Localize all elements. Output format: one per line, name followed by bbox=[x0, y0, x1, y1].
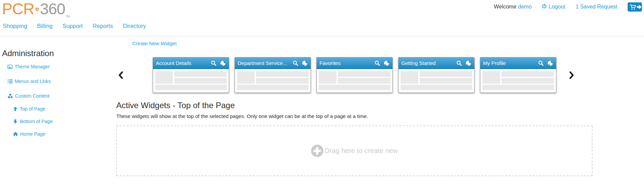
pcr360-logo[interactable]: PCR360TM bbox=[2, 0, 70, 22]
widget-card-my-profile[interactable]: My Profile bbox=[480, 57, 556, 93]
search-icon[interactable] bbox=[456, 60, 462, 66]
placeholder-line bbox=[501, 78, 554, 84]
sidebar-item-label: Bottom of Page bbox=[20, 119, 53, 124]
globe-icon[interactable] bbox=[302, 60, 308, 66]
search-icon[interactable] bbox=[538, 60, 544, 66]
widget-preview bbox=[399, 69, 474, 92]
widget-card-header[interactable]: Account Details bbox=[153, 57, 229, 69]
widget-card-header[interactable]: My Profile bbox=[480, 57, 556, 69]
placeholder-line bbox=[401, 85, 472, 90]
logo-degree-mark bbox=[35, 7, 39, 11]
nav-item-shopping[interactable]: Shopping bbox=[3, 22, 27, 30]
logout[interactable]: Logout bbox=[542, 4, 565, 10]
widget-card-header[interactable]: Getting Started bbox=[399, 57, 474, 69]
dropzone-label: Drag here to create new bbox=[325, 147, 398, 155]
carousel-prev-button[interactable] bbox=[119, 71, 123, 79]
globe-icon[interactable] bbox=[547, 60, 553, 66]
nav-item-reports[interactable]: Reports bbox=[93, 22, 113, 30]
search-icon[interactable] bbox=[211, 60, 217, 66]
placeholder-block bbox=[482, 71, 500, 84]
sidebar-item-custom-content[interactable]: Custom Content bbox=[8, 92, 116, 100]
section-title: Active Widgets - Top of the Page bbox=[116, 101, 644, 110]
logout-link[interactable]: Logout bbox=[549, 4, 565, 10]
main-panel: Create New Widget Account Details bbox=[116, 36, 644, 176]
sidebar-item-label: Top of Page bbox=[20, 106, 45, 112]
main-nav: Shopping Billing Support Reports Directo… bbox=[3, 22, 146, 30]
welcome-label: Welcome bbox=[494, 4, 516, 10]
globe-icon[interactable] bbox=[220, 60, 226, 66]
section-description: These widgets will show at the top of th… bbox=[116, 113, 644, 119]
list-icon bbox=[8, 79, 13, 84]
widget-card-account-details[interactable]: Account Details bbox=[153, 57, 229, 93]
widget-card-header[interactable]: Favorites bbox=[317, 57, 392, 69]
sidebar-item-label: Custom Content bbox=[15, 93, 49, 99]
logo-text-360: 360 bbox=[40, 0, 65, 18]
logo-text-pcr: PCR bbox=[2, 0, 34, 18]
welcome-text: Welcome demo bbox=[494, 4, 531, 10]
widget-title: Getting Started bbox=[401, 60, 453, 66]
sidebar-menu: Theme Manager Menus and Links Custom Con… bbox=[2, 63, 116, 138]
placeholder-line bbox=[338, 78, 390, 84]
placeholder-block bbox=[401, 71, 418, 84]
create-new-widget-link[interactable]: Create New Widget bbox=[132, 40, 177, 46]
plus-circle-icon bbox=[311, 145, 324, 157]
placeholder-line bbox=[420, 78, 472, 84]
placeholder-block bbox=[155, 71, 173, 84]
sidebar-item-theme-manager[interactable]: Theme Manager bbox=[8, 63, 116, 71]
placeholder-line bbox=[174, 78, 227, 84]
widget-title: My Profile bbox=[483, 60, 535, 66]
sidebar-item-top-of-page[interactable]: Top of Page bbox=[13, 105, 116, 113]
chevron-left-icon bbox=[119, 71, 123, 79]
arrow-up-icon bbox=[13, 106, 18, 111]
widget-title: Department Service... bbox=[238, 60, 289, 66]
header: PCR360TM Welcome demo Logout 1 Saved Req… bbox=[0, 0, 644, 36]
widget-card-header[interactable]: Department Service... bbox=[235, 57, 311, 69]
chevron-right-icon bbox=[569, 71, 574, 79]
globe-icon[interactable] bbox=[384, 60, 390, 66]
search-icon[interactable] bbox=[293, 60, 299, 66]
username-link[interactable]: demo bbox=[518, 4, 531, 10]
placeholder-block bbox=[319, 71, 336, 84]
sidebar-item-label: Home Page bbox=[20, 131, 45, 137]
sidebar-item-menus-and-links[interactable]: Menus and Links bbox=[8, 77, 116, 85]
sidebar-item-bottom-of-page[interactable]: Bottom of Page bbox=[13, 117, 116, 125]
saved-requests-link[interactable]: 1 Saved Request bbox=[575, 4, 617, 10]
power-icon bbox=[542, 4, 547, 10]
widget-card-favorites[interactable]: Favorites bbox=[316, 57, 393, 93]
image-icon bbox=[8, 64, 13, 69]
widget-title: Favorites bbox=[319, 60, 371, 66]
arrow-down-icon bbox=[13, 119, 18, 124]
widget-card-getting-started[interactable]: Getting Started bbox=[398, 57, 475, 93]
widget-preview bbox=[317, 69, 392, 92]
sidebar: Administration Theme Manager Menus and L… bbox=[0, 36, 116, 176]
placeholder-line bbox=[237, 85, 309, 90]
widget-dropzone[interactable]: Drag here to create new bbox=[116, 125, 593, 176]
carousel-next-button[interactable] bbox=[569, 71, 574, 79]
placeholder-line bbox=[482, 85, 554, 90]
placeholder-line bbox=[501, 71, 554, 77]
search-icon[interactable] bbox=[374, 60, 380, 66]
sidebar-item-home-page[interactable]: Home Page bbox=[13, 130, 116, 138]
widget-card-department-service[interactable]: Department Service... bbox=[235, 57, 311, 93]
cubes-icon bbox=[8, 94, 13, 99]
globe-icon[interactable] bbox=[465, 60, 471, 66]
sidebar-title: Administration bbox=[2, 49, 116, 58]
nav-item-support[interactable]: Support bbox=[62, 22, 83, 30]
sidebar-item-label: Menus and Links bbox=[15, 79, 51, 84]
widget-card-list: Account Details Department Service... bbox=[153, 57, 562, 93]
placeholder-line bbox=[338, 71, 390, 77]
widget-carousel: Account Details Department Service... bbox=[116, 57, 644, 93]
home-icon bbox=[13, 132, 18, 136]
widget-preview bbox=[480, 69, 556, 92]
content: Administration Theme Manager Menus and L… bbox=[0, 36, 644, 176]
cart-arrow-icon bbox=[628, 2, 642, 12]
saved-cart-button[interactable] bbox=[628, 2, 642, 12]
placeholder-line bbox=[174, 71, 227, 77]
nav-item-directory[interactable]: Directory bbox=[123, 22, 146, 30]
placeholder-line bbox=[256, 78, 309, 84]
placeholder-line bbox=[155, 85, 227, 90]
widget-preview bbox=[153, 69, 229, 92]
nav-item-billing[interactable]: Billing bbox=[37, 22, 53, 30]
sidebar-item-label: Theme Manager bbox=[15, 64, 50, 69]
widget-preview bbox=[235, 69, 311, 92]
